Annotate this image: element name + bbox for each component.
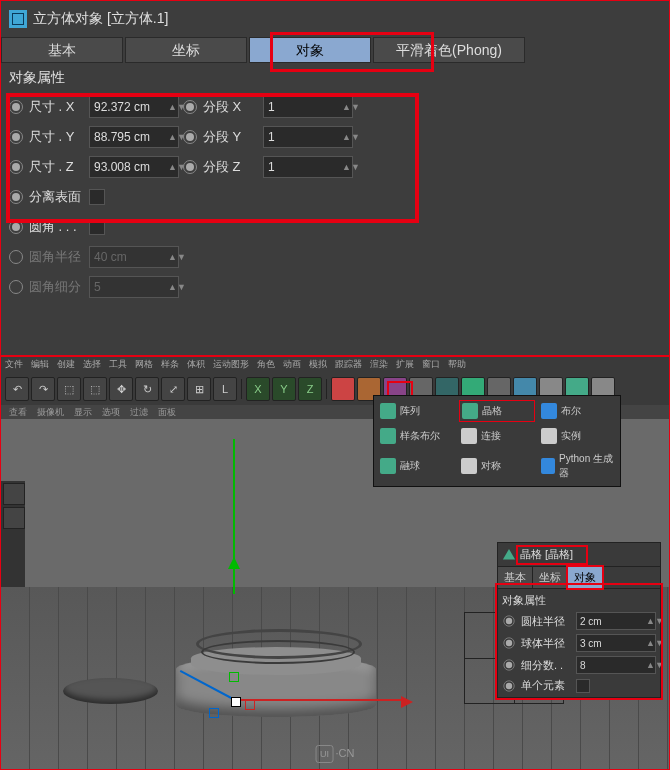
toolbar-icon[interactable]: ⬚ [57,377,81,401]
menu-item[interactable]: 创建 [57,358,75,372]
axis-toggle-x[interactable]: X [246,377,270,401]
scene-ring-inner[interactable] [201,640,355,664]
label-sph-r: 球体半径 [521,636,573,651]
input-sph-r[interactable]: 3 cm▲▼ [576,634,656,652]
atom-tab-coord[interactable]: 坐标 [533,567,568,588]
tab-basic[interactable]: 基本 [1,37,123,63]
axis-y-line[interactable] [233,439,235,594]
popup-item-样条布尔[interactable]: 样条布尔 [378,426,455,446]
input-seg-y[interactable]: 1▲▼ [263,126,353,148]
menu-item[interactable]: 网格 [135,358,153,372]
spinner-icon[interactable]: ▲▼ [646,641,652,646]
toolbar-icon[interactable] [331,377,355,401]
menu-item[interactable]: 扩展 [396,358,414,372]
toolbar-icon[interactable]: ↶ [5,377,29,401]
spinner-icon[interactable]: ▲▼ [342,105,348,110]
cube-attributes-panel: 立方体对象 [立方体.1] 基本 坐标 对象 平滑着色(Phong) 对象属性 … [0,0,670,356]
row-fillet-radius: 圆角半径 40 cm▲▼ [9,245,661,269]
toolbar-icon[interactable]: ⤢ [161,377,185,401]
label-seg-z: 分段 Z [203,158,259,176]
anim-dot-icon[interactable] [503,637,514,648]
input-fillet-sub: 5▲▼ [89,276,179,298]
atom-tab-basic[interactable]: 基本 [498,567,533,588]
anim-dot-icon[interactable] [9,100,23,114]
menu-item[interactable]: 样条 [161,358,179,372]
input-cyl-r[interactable]: 2 cm▲▼ [576,612,656,630]
menu-item[interactable]: 模拟 [309,358,327,372]
tab-coord[interactable]: 坐标 [125,37,247,63]
anim-dot-icon[interactable] [503,659,514,670]
mode-icon[interactable] [3,507,25,529]
anim-dot-icon[interactable] [9,160,23,174]
toolbar-icon[interactable]: ✥ [109,377,133,401]
main-menubar[interactable]: 文件编辑创建选择工具网格样条体积运动图形角色动画模拟跟踪器渲染扩展窗口帮助 [1,357,669,373]
anim-dot-icon[interactable] [183,160,197,174]
anim-dot-icon[interactable] [9,130,23,144]
menu-item[interactable]: 体积 [187,358,205,372]
anim-dot-icon[interactable] [9,190,23,204]
gizmo-origin-icon[interactable] [231,697,241,707]
popup-item-对称[interactable]: 对称 [459,450,536,482]
axis-y-arrow-icon[interactable] [228,557,240,569]
menu-item[interactable]: 窗口 [422,358,440,372]
spinner-icon[interactable]: ▲▼ [646,619,652,624]
gizmo-handle-x[interactable] [245,700,255,710]
popup-item-晶格[interactable]: 晶格 [459,400,536,422]
tab-object[interactable]: 对象 [249,37,371,63]
toolbar-icon[interactable]: L [213,377,237,401]
mode-icon[interactable] [3,483,25,505]
axis-x-arrow-icon[interactable] [401,696,413,708]
tab-phong[interactable]: 平滑着色(Phong) [373,37,525,63]
anim-dot-icon[interactable] [183,100,197,114]
axis-x-line[interactable] [233,699,403,701]
anim-dot-icon[interactable] [503,615,514,626]
input-size-y[interactable]: 88.795 cm▲▼ [89,126,179,148]
popup-item-连接[interactable]: 连接 [459,426,536,446]
checkbox-single[interactable] [576,679,590,693]
anim-dot-icon[interactable] [183,130,197,144]
popup-item-实例[interactable]: 实例 [539,426,616,446]
checkbox-fillet[interactable] [89,219,105,235]
scene-disk-object[interactable] [63,678,158,704]
menu-item[interactable]: 运动图形 [213,358,249,372]
popup-item-布尔[interactable]: 布尔 [539,400,616,422]
input-seg-z[interactable]: 1▲▼ [263,156,353,178]
popup-item-阵列[interactable]: 阵列 [378,400,455,422]
label-seg-x: 分段 X [203,98,259,116]
atom-tab-object[interactable]: 对象 [566,565,604,590]
menu-item[interactable]: 帮助 [448,358,466,372]
input-size-z[interactable]: 93.008 cm▲▼ [89,156,179,178]
axis-toggle-z[interactable]: Z [298,377,322,401]
menu-item[interactable]: 编辑 [31,358,49,372]
spinner-icon[interactable]: ▲▼ [168,105,174,110]
input-size-x[interactable]: 92.372 cm▲▼ [89,96,179,118]
menu-item[interactable]: 角色 [257,358,275,372]
spinner-icon[interactable]: ▲▼ [168,135,174,140]
toolbar-icon[interactable]: ↷ [31,377,55,401]
menu-item[interactable]: 跟踪器 [335,358,362,372]
anim-dot-icon[interactable] [9,220,23,234]
anim-dot-icon[interactable] [503,680,514,691]
checkbox-sep-surface[interactable] [89,189,105,205]
input-seg-x[interactable]: 1▲▼ [263,96,353,118]
popup-item-Python 生成器[interactable]: Python 生成器 [539,450,616,482]
spinner-icon[interactable]: ▲▼ [342,135,348,140]
popup-item-融球[interactable]: 融球 [378,450,455,482]
spinner-icon[interactable]: ▲▼ [646,663,652,668]
gizmo-handle-y[interactable] [229,672,239,682]
input-sub[interactable]: 8▲▼ [576,656,656,674]
spinner-icon[interactable]: ▲▼ [342,165,348,170]
toolbar-icon[interactable]: ⊞ [187,377,211,401]
toolbar-icon[interactable]: ⬚ [83,377,107,401]
toolbar-icon[interactable]: ↻ [135,377,159,401]
menu-item[interactable]: 文件 [5,358,23,372]
popup-item-label: 晶格 [482,404,502,418]
axis-toggle-y[interactable]: Y [272,377,296,401]
menu-item[interactable]: 选择 [83,358,101,372]
menu-item[interactable]: 动画 [283,358,301,372]
menu-item[interactable]: 工具 [109,358,127,372]
gizmo-handle-z[interactable] [209,708,219,718]
spinner-icon[interactable]: ▲▼ [168,165,174,170]
menu-item[interactable]: 渲染 [370,358,388,372]
atom-section-title: 对象属性 [502,593,656,608]
